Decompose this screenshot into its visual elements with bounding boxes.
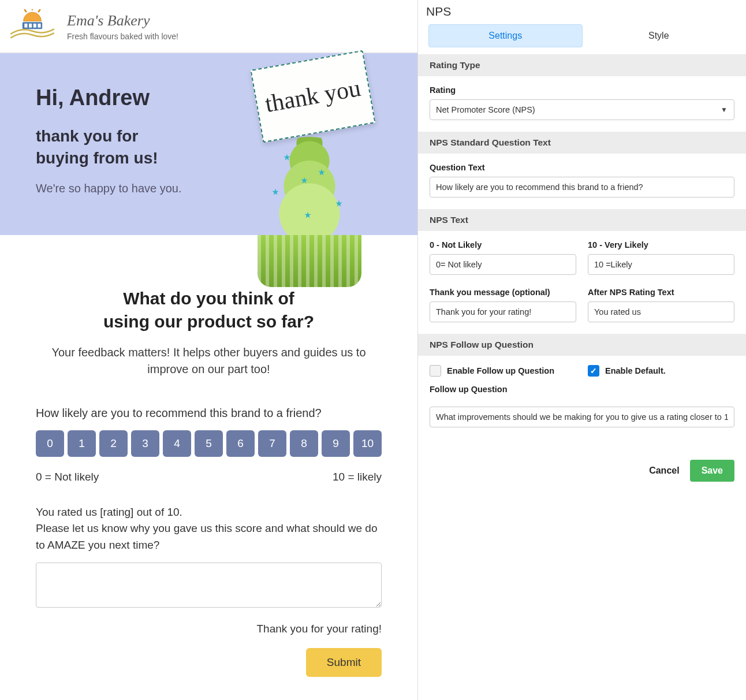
nps-score-6[interactable]: 6	[226, 430, 255, 457]
svg-rect-7	[38, 24, 40, 28]
hero-line2: buying from us!	[36, 149, 158, 167]
nps-score-2[interactable]: 2	[99, 430, 128, 457]
thankyou-card-text: thank you	[264, 77, 362, 114]
followup-question-label: Follow up Question	[430, 385, 734, 394]
very-likely-input[interactable]	[588, 254, 734, 275]
followup-question-input[interactable]	[430, 407, 734, 427]
nps-score-3[interactable]: 3	[131, 430, 159, 457]
nps-scale: 012345678910	[36, 430, 382, 457]
nps-score-4[interactable]: 4	[163, 430, 191, 457]
svg-rect-4	[24, 24, 27, 28]
panel-actions: Cancel Save	[418, 433, 746, 482]
tab-style[interactable]: Style	[583, 24, 736, 47]
svg-rect-5	[29, 24, 32, 28]
nps-score-10[interactable]: 10	[353, 430, 382, 457]
rating-select[interactable]: Net Promoter Score (NPS)	[430, 99, 734, 120]
not-likely-input[interactable]	[430, 254, 576, 275]
enable-followup-checkbox[interactable]: Enable Follow up Question	[430, 365, 576, 377]
brand-logo	[6, 9, 59, 44]
tab-settings[interactable]: Settings	[428, 24, 583, 47]
thankyou-text: Thank you for your rating!	[36, 623, 382, 635]
nps-score-5[interactable]: 5	[195, 430, 223, 457]
nps-score-8[interactable]: 8	[290, 430, 318, 457]
cupcake-illustration: thank you	[243, 102, 376, 287]
question-text-input[interactable]	[430, 177, 734, 198]
section-rating-type: Rating Type	[418, 54, 746, 76]
checkbox-checked-icon: ✓	[588, 365, 599, 377]
nps-score-7[interactable]: 7	[258, 430, 286, 457]
survey-preview: Ema's Bakery Fresh flavours baked with l…	[0, 0, 418, 700]
tabs: Settings Style	[418, 24, 746, 54]
brand-tagline: Fresh flavours baked with love!	[67, 32, 178, 41]
hero: Hi, Andrew thank you for buying from us!…	[0, 53, 417, 235]
nps-score-1[interactable]: 1	[68, 430, 96, 457]
survey-body: What do you think of using our product s…	[0, 235, 417, 701]
thanks-label: Thank you message (optional)	[430, 288, 576, 297]
legend-right: 10 = likely	[333, 471, 382, 483]
section-nps-text: NPS Text	[418, 209, 746, 231]
cancel-button[interactable]: Cancel	[649, 466, 679, 476]
save-button[interactable]: Save	[690, 460, 734, 482]
svg-line-2	[38, 9, 40, 12]
hero-line1: thank you for	[36, 127, 138, 145]
nps-question-preview: How likely are you to recommend this bra…	[36, 407, 382, 420]
nps-score-0[interactable]: 0	[36, 430, 64, 457]
settings-panel: NPS Settings Style Rating Type Rating Ne…	[418, 0, 746, 700]
nps-score-9[interactable]: 9	[322, 430, 350, 457]
submit-button[interactable]: Submit	[306, 648, 382, 677]
question-text-label: Question Text	[430, 163, 734, 172]
checkbox-icon	[430, 365, 441, 377]
svg-rect-6	[33, 24, 36, 28]
nps-followup-preview: You rated us [rating] out of 10. Please …	[36, 504, 382, 554]
enable-default-checkbox[interactable]: ✓ Enable Default.	[588, 365, 734, 377]
thankyou-card: thank you	[250, 50, 375, 142]
survey-subtitle: Your feedback matters! It helps other bu…	[36, 344, 382, 378]
section-question-text: NPS Standard Question Text	[418, 132, 746, 154]
not-likely-label: 0 - Not Likely	[430, 240, 576, 250]
thanks-input[interactable]	[430, 301, 576, 322]
brand-bar: Ema's Bakery Fresh flavours baked with l…	[0, 0, 417, 53]
after-label: After NPS Rating Text	[588, 288, 734, 297]
very-likely-label: 10 - Very Likely	[588, 240, 734, 250]
rating-label: Rating	[430, 85, 734, 95]
survey-title: What do you think of using our product s…	[36, 287, 382, 334]
feedback-textarea[interactable]	[36, 563, 382, 608]
brand-name: Ema's Bakery	[67, 12, 178, 29]
section-followup: NPS Follow up Question	[418, 334, 746, 356]
svg-line-1	[24, 9, 26, 12]
after-input[interactable]	[588, 301, 734, 322]
panel-title: NPS	[418, 0, 746, 24]
legend-left: 0 = Not likely	[36, 471, 99, 483]
nps-legend: 0 = Not likely 10 = likely	[36, 471, 382, 483]
